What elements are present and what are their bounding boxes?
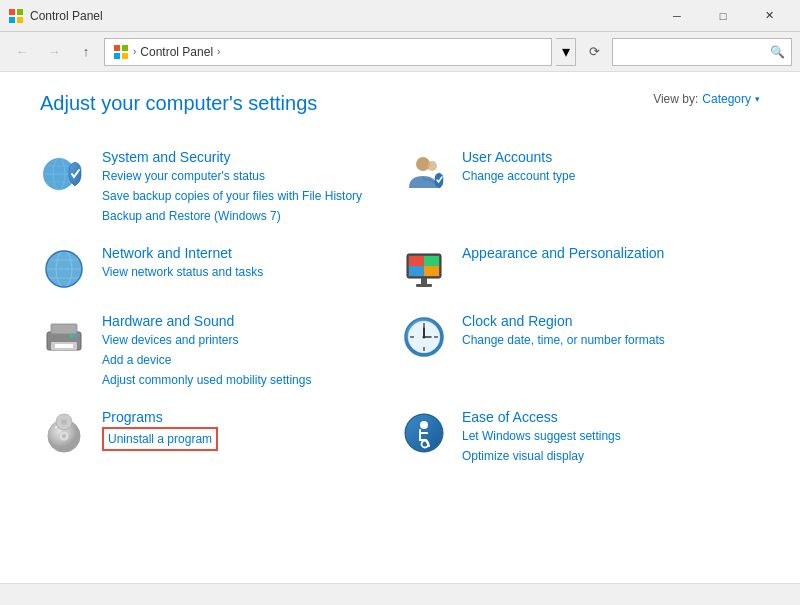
window-controls: ─ □ ✕ [654,0,792,32]
svg-point-14 [427,161,437,171]
category-programs: Programs Uninstall a program [40,399,400,475]
hardware-link-3[interactable]: Adjust commonly used mobility settings [102,371,311,389]
user-icon [400,149,448,197]
system-link-1[interactable]: Review your computer's status [102,167,362,185]
window-title: Control Panel [30,9,654,23]
refresh-button[interactable]: ⟳ [580,38,608,66]
appearance-icon [400,245,448,293]
clock-text: Clock and Region Change date, time, or n… [462,313,665,349]
viewby-value[interactable]: Category [702,92,751,106]
svg-rect-24 [424,256,439,266]
search-box[interactable]: 🔍 [612,38,792,66]
category-hardware: Hardware and Sound View devices and prin… [40,303,400,399]
system-link-3[interactable]: Backup and Restore (Windows 7) [102,207,362,225]
svg-rect-4 [114,45,120,51]
svg-rect-28 [416,284,432,287]
category-clock: Clock and Region Change date, time, or n… [400,303,760,399]
forward-button[interactable]: → [40,38,68,66]
hardware-icon [40,313,88,361]
svg-rect-2 [9,17,15,23]
categories-grid: System and Security Review your computer… [40,139,760,475]
ease-link-1[interactable]: Let Windows suggest settings [462,427,621,445]
category-system: System and Security Review your computer… [40,139,400,235]
programs-name[interactable]: Programs [102,409,218,425]
back-button[interactable]: ← [8,38,36,66]
user-text: User Accounts Change account type [462,149,575,185]
ease-name[interactable]: Ease of Access [462,409,621,425]
svg-rect-23 [409,256,424,266]
network-link-1[interactable]: View network status and tasks [102,263,263,281]
page-title: Adjust your computer's settings [40,92,760,115]
svg-rect-5 [122,45,128,51]
minimize-button[interactable]: ─ [654,0,700,32]
system-icon [40,149,88,197]
programs-icon [40,409,88,457]
addressbar: ← → ↑ › Control Panel › ▾ ⟳ 🔍 [0,32,800,72]
viewby-arrow[interactable]: ▾ [755,94,760,104]
category-user: User Accounts Change account type [400,139,760,235]
appearance-text: Appearance and Personalization [462,245,664,261]
svg-point-53 [420,421,428,429]
svg-point-50 [61,419,67,425]
svg-rect-1 [17,9,23,15]
svg-rect-0 [9,9,15,15]
svg-rect-25 [409,266,424,276]
address-dropdown[interactable]: ▾ [556,38,576,66]
svg-rect-7 [122,53,128,59]
appearance-name[interactable]: Appearance and Personalization [462,245,664,261]
system-name[interactable]: System and Security [102,149,362,165]
svg-point-44 [423,336,426,339]
user-name[interactable]: User Accounts [462,149,575,165]
svg-rect-6 [114,53,120,59]
category-appearance: Appearance and Personalization [400,235,760,303]
ease-text: Ease of Access Let Windows suggest setti… [462,409,621,465]
svg-rect-32 [55,344,73,348]
view-by: View by: Category ▾ [653,92,760,106]
svg-rect-27 [421,278,427,284]
address-box[interactable]: › Control Panel › [104,38,552,66]
clock-icon [400,313,448,361]
svg-point-33 [73,334,77,338]
path-arrow2: › [217,46,220,57]
titlebar: Control Panel ─ □ ✕ [0,0,800,32]
path-label: Control Panel [140,45,213,59]
close-button[interactable]: ✕ [746,0,792,32]
programs-text: Programs Uninstall a program [102,409,218,451]
system-link-2[interactable]: Save backup copies of your files with Fi… [102,187,362,205]
statusbar [0,583,800,605]
category-ease: Ease of Access Let Windows suggest setti… [400,399,760,475]
user-link-1[interactable]: Change account type [462,167,575,185]
search-input[interactable] [619,45,770,59]
svg-point-34 [69,334,73,338]
programs-link-1[interactable]: Uninstall a program [102,427,218,451]
path-icon [113,44,129,60]
hardware-text: Hardware and Sound View devices and prin… [102,313,311,389]
maximize-button[interactable]: □ [700,0,746,32]
svg-point-48 [62,434,66,438]
up-button[interactable]: ↑ [72,38,100,66]
clock-name[interactable]: Clock and Region [462,313,665,329]
viewby-label: View by: [653,92,698,106]
main-content: Adjust your computer's settings View by:… [0,72,800,495]
clock-link-1[interactable]: Change date, time, or number formats [462,331,665,349]
network-icon [40,245,88,293]
app-icon [8,8,24,24]
category-network: Network and Internet View network status… [40,235,400,303]
ease-icon [400,409,448,457]
dropdown-arrow: ▾ [562,42,570,61]
hardware-link-2[interactable]: Add a device [102,351,311,369]
svg-rect-26 [424,266,439,276]
svg-rect-30 [51,324,77,334]
network-name[interactable]: Network and Internet [102,245,263,261]
svg-rect-3 [17,17,23,23]
ease-link-2[interactable]: Optimize visual display [462,447,621,465]
search-icon: 🔍 [770,45,785,59]
system-text: System and Security Review your computer… [102,149,362,225]
hardware-name[interactable]: Hardware and Sound [102,313,311,329]
path-arrow: › [133,46,136,57]
network-text: Network and Internet View network status… [102,245,263,281]
hardware-link-1[interactable]: View devices and printers [102,331,311,349]
